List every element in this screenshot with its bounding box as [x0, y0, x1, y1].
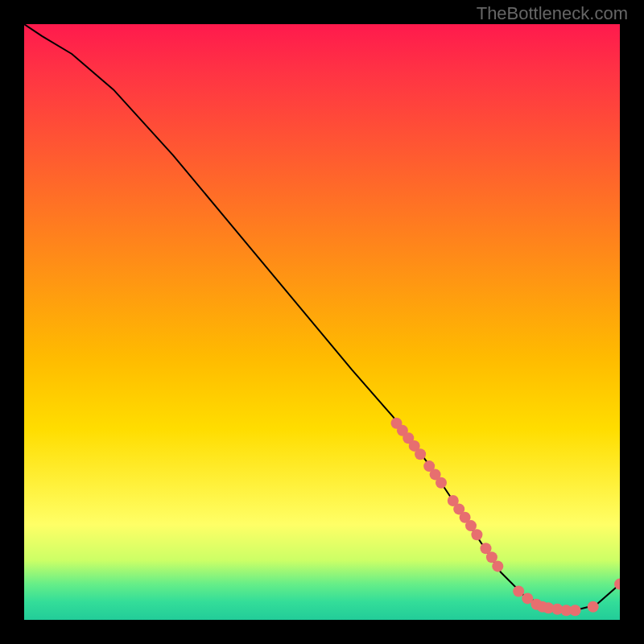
chart-plot-area — [24, 24, 620, 620]
chart-marker — [570, 605, 581, 616]
chart-marker — [436, 477, 447, 489]
chart-marker — [513, 586, 524, 597]
chart-marker — [415, 448, 426, 460]
chart-marker — [471, 529, 482, 540]
chart-markers — [391, 418, 621, 616]
chart-marker — [492, 560, 503, 572]
watermark-text: TheBottleneck.com — [477, 3, 628, 24]
chart-marker — [588, 601, 599, 613]
chart-svg — [24, 24, 620, 620]
chart-curve — [24, 24, 620, 611]
